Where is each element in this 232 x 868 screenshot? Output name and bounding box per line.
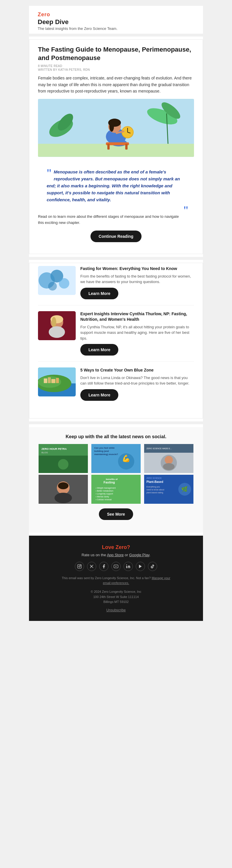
social-section-title: Keep up with the all the latest news on … bbox=[38, 434, 194, 439]
footer-rate-text: Rate us on the App Store or Google Play. bbox=[38, 553, 194, 557]
svg-text:💪: 💪 bbox=[122, 454, 131, 463]
featured-title: The Fasting Guide to Menopause, Perimeno… bbox=[38, 45, 194, 62]
svg-text:✕: ✕ bbox=[90, 565, 93, 568]
learn-more-button-3[interactable]: Learn More bbox=[80, 389, 118, 401]
svg-point-28 bbox=[49, 326, 65, 338]
svg-rect-34 bbox=[48, 377, 51, 383]
newsletter-subtitle: The latest insights from the Zero Scienc… bbox=[38, 26, 194, 31]
twitter-icon[interactable]: ✕ bbox=[87, 562, 96, 571]
author: WRITTEN BY KATYA PETERS, RDN bbox=[38, 68, 194, 71]
social-thumb-5[interactable]: benefits of Fasting • Weight management … bbox=[91, 475, 141, 504]
article-card-2: Expert Insights Interview Cynthia Thurlo… bbox=[38, 311, 194, 362]
social-icons-row: ✕ bbox=[38, 562, 194, 571]
tiktok-icon[interactable] bbox=[148, 562, 157, 571]
svg-point-42 bbox=[58, 459, 68, 469]
article-title-3: 5 Ways to Create Your Own Blue Zone bbox=[80, 367, 194, 373]
svg-text:benefits of: benefits of bbox=[106, 478, 118, 480]
svg-text:maintaining) muscle?: maintaining) muscle? bbox=[94, 453, 118, 456]
quote-open-icon: " bbox=[47, 167, 51, 179]
footer: Love Zero? Rate us on the App Store or G… bbox=[29, 536, 203, 621]
read-on-text: Read on to learn more about the differen… bbox=[38, 214, 194, 226]
svg-point-80 bbox=[126, 564, 127, 565]
svg-text:plant-based eating: plant-based eating bbox=[146, 492, 163, 494]
newsletter-title: Deep Dive bbox=[38, 18, 194, 26]
svg-point-58 bbox=[55, 493, 72, 503]
social-section: Keep up with the all the latest news on … bbox=[29, 427, 203, 533]
svg-rect-36 bbox=[56, 378, 59, 383]
instagram-icon[interactable] bbox=[75, 562, 84, 571]
featured-card: The Fasting Guide to Menopause, Perimeno… bbox=[29, 39, 203, 254]
svg-text:ZERO HOUR PETRA: ZERO HOUR PETRA bbox=[41, 447, 67, 451]
svg-text:BLOG: BLOG bbox=[41, 451, 48, 454]
article-section: Fasting for Women: Everything You Need t… bbox=[29, 263, 203, 418]
svg-text:• Cellular renewal: • Cellular renewal bbox=[96, 499, 112, 501]
facebook-icon[interactable] bbox=[99, 562, 108, 571]
manage-preferences-link[interactable]: Manage youremail preferences. bbox=[103, 576, 170, 585]
svg-point-27 bbox=[52, 317, 56, 328]
app-store-link[interactable]: App Store bbox=[107, 553, 124, 557]
svg-rect-35 bbox=[51, 379, 55, 383]
svg-text:building (and: building (and bbox=[94, 450, 109, 453]
social-thumb-1[interactable]: ZERO HOUR PETRA BLOG bbox=[38, 444, 89, 473]
social-thumb-2[interactable]: Can you fast while building (and maintai… bbox=[91, 444, 141, 473]
svg-text:• Longevity support: • Longevity support bbox=[96, 493, 113, 495]
svg-text:Everything you: Everything you bbox=[146, 486, 160, 488]
svg-rect-18 bbox=[125, 144, 128, 150]
svg-text:• Mental clarity: • Mental clarity bbox=[96, 496, 109, 498]
brand-name: Zero bbox=[38, 11, 194, 18]
article-content-3: 5 Ways to Create Your Own Blue Zone Don'… bbox=[80, 367, 194, 401]
svg-text:🌿: 🌿 bbox=[181, 486, 188, 492]
svg-text:Plant-Based: Plant-Based bbox=[146, 480, 163, 484]
article-card-3: 5 Ways to Create Your Own Blue Zone Don'… bbox=[38, 367, 194, 407]
footer-sent-by: This email was sent by Zero Longevity Sc… bbox=[38, 576, 194, 586]
play-icon[interactable] bbox=[136, 562, 145, 571]
svg-point-76 bbox=[78, 565, 80, 567]
svg-marker-81 bbox=[139, 565, 141, 568]
article-content-2: Expert Insights Interview Cynthia Thurlo… bbox=[80, 311, 194, 356]
email-header: Zero Deep Dive The latest insights from … bbox=[29, 6, 203, 34]
footer-love-label: Love Zero? bbox=[38, 544, 194, 551]
article-desc-2: For Cynthia Thurlow, NP, it's all about … bbox=[80, 324, 194, 341]
article-content-1: Fasting for Women: Everything You Need t… bbox=[80, 266, 194, 299]
svg-point-54 bbox=[163, 463, 174, 470]
social-thumb-3[interactable]: ZERO SCIENCE MADE E... bbox=[143, 444, 194, 473]
google-play-link[interactable]: Google Play bbox=[129, 553, 150, 557]
svg-marker-79 bbox=[116, 566, 117, 567]
quote-text: Menopause is often described as the end … bbox=[47, 168, 188, 203]
article-card-1: Fasting for Women: Everything You Need t… bbox=[38, 266, 194, 305]
footer-address: © 2024 Zero Longevity Science, Inc 100 2… bbox=[38, 589, 194, 605]
learn-more-button-1[interactable]: Learn More bbox=[80, 288, 118, 299]
see-more-button[interactable]: See More bbox=[99, 508, 133, 520]
unsubscribe-link[interactable]: Unsubscribe bbox=[38, 608, 194, 612]
svg-text:ZERO SCIENCE MADE E...: ZERO SCIENCE MADE E... bbox=[146, 447, 172, 450]
meta-row: 8 MINUTE READ WRITTEN BY KATYA PETERS, R… bbox=[38, 64, 194, 71]
learn-more-button-2[interactable]: Learn More bbox=[80, 344, 118, 355]
svg-point-22 bbox=[59, 278, 69, 288]
youtube-icon[interactable] bbox=[111, 562, 121, 571]
article-desc-1: From the benefits of fasting to the best… bbox=[80, 274, 194, 285]
article-thumb-1 bbox=[38, 266, 76, 295]
svg-rect-33 bbox=[44, 378, 47, 383]
svg-point-57 bbox=[58, 482, 68, 489]
svg-rect-17 bbox=[107, 144, 110, 150]
svg-rect-75 bbox=[77, 564, 81, 568]
svg-text:• Weight management: • Weight management bbox=[96, 487, 116, 489]
svg-text:Fasting: Fasting bbox=[103, 480, 115, 484]
hero-illustration bbox=[38, 99, 194, 157]
article-title-1: Fasting for Women: Everything You Need t… bbox=[80, 266, 194, 272]
svg-text:ZERO SCIENCE: ZERO SCIENCE bbox=[146, 477, 162, 479]
article-desc-3: Don't live in Loma Linda or Okinawa? The… bbox=[80, 375, 194, 386]
article-thumb-3 bbox=[38, 367, 76, 397]
linkedin-icon[interactable] bbox=[124, 562, 133, 571]
svg-text:• Better metabolism: • Better metabolism bbox=[96, 490, 113, 492]
featured-intro: Female bodies are complex, intricate, an… bbox=[38, 75, 194, 94]
svg-point-23 bbox=[48, 282, 57, 290]
article-title-2: Expert Insights Interview Cynthia Thurlo… bbox=[80, 311, 194, 322]
social-grid: ZERO HOUR PETRA BLOG Can you fast while … bbox=[38, 444, 194, 504]
social-thumb-4[interactable] bbox=[38, 475, 89, 504]
continue-reading-button[interactable]: Continue Reading bbox=[91, 230, 141, 242]
social-thumb-6[interactable]: ZERO SCIENCE Plant-Based Everything you … bbox=[143, 475, 194, 504]
svg-text:need to know about: need to know about bbox=[146, 489, 164, 491]
quote-close-icon: " bbox=[184, 205, 188, 216]
svg-point-11 bbox=[109, 121, 114, 132]
